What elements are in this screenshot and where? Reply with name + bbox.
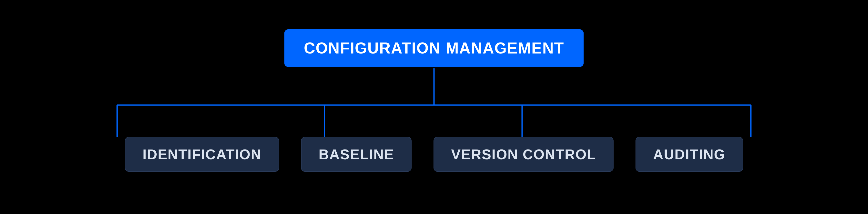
- child-node-baseline: BASELINE: [301, 137, 411, 172]
- root-label: CONFIGURATION MANAGEMENT: [304, 39, 564, 57]
- child-node-identification: IDENTIFICATION: [125, 137, 279, 172]
- child-label: VERSION CONTROL: [451, 146, 596, 162]
- child-node-auditing: AUDITING: [636, 137, 743, 172]
- child-label: IDENTIFICATION: [143, 146, 261, 162]
- root-node: CONFIGURATION MANAGEMENT: [284, 29, 584, 67]
- child-row: IDENTIFICATION BASELINE VERSION CONTROL …: [0, 137, 868, 172]
- child-node-version-control: VERSION CONTROL: [434, 137, 614, 172]
- child-label: BASELINE: [319, 146, 394, 162]
- child-label: AUDITING: [653, 146, 725, 162]
- hierarchy-diagram: CONFIGURATION MANAGEMENT IDENTIFICATION …: [0, 0, 868, 214]
